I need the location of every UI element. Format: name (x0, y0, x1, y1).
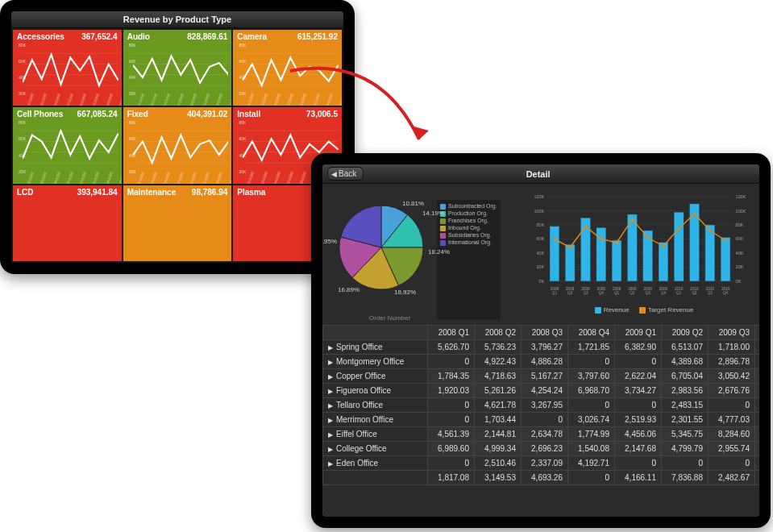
table-row: ▶Spring Office5,626.705,736.233,796.271,… (323, 340, 760, 355)
svg-point-73 (615, 241, 617, 243)
tile-camera[interactable]: Camera615,251.9280K60K40K20K01/200802/20… (233, 30, 342, 106)
svg-rect-67 (721, 238, 730, 281)
col-header[interactable]: 2009 Q2 (662, 326, 709, 340)
tile-value: 393,941.84 (77, 188, 118, 197)
detail-device: ◀ Back Detail Subcontracted Org.Producti… (311, 153, 771, 528)
tile-accessories[interactable]: Accessories367,652.480K60K40K20K01/20080… (13, 30, 122, 106)
detail-title: Detail (322, 169, 754, 179)
legend-item: International Org. (440, 239, 497, 246)
legend-target: Target Revenue (648, 306, 693, 314)
row-header[interactable]: ▶Copper Office (323, 369, 428, 384)
expand-icon[interactable]: ▶ (328, 431, 333, 438)
pie-subtitle: Order Number (369, 314, 410, 322)
table-row: ▶Copper Office1,784.354,718.635,167.273,… (323, 369, 760, 384)
tile-value: 98,786.94 (192, 188, 228, 197)
col-header[interactable]: 2008 Q1 (428, 326, 475, 340)
svg-text:2009Q4: 2009Q4 (659, 287, 668, 295)
svg-point-74 (631, 218, 634, 220)
table-row: ▶College Office6,989.604,999.342,696.231… (323, 442, 760, 456)
expand-icon[interactable]: ▶ (328, 402, 333, 409)
expand-icon[interactable]: ▶ (328, 359, 333, 366)
expand-icon[interactable]: ▶ (328, 417, 333, 424)
svg-rect-45 (550, 227, 559, 281)
pie-slice-label: 14.19% (422, 210, 444, 217)
svg-point-78 (693, 212, 696, 214)
tile-grid: Accessories367,652.480K60K40K20K01/20080… (11, 28, 343, 263)
svg-text:120K: 120K (534, 194, 544, 199)
svg-text:2010Q4: 2010Q4 (721, 287, 730, 295)
pie-slice-label: 18.24% (428, 248, 450, 256)
tile-maintenance[interactable]: Maintenance98,786.94 (123, 185, 232, 261)
col-header[interactable]: 2009 (755, 326, 760, 340)
pie-slice-label: 18.92% (394, 289, 416, 296)
tile-value: 404,391.02 (187, 110, 227, 118)
row-header[interactable]: ▶Eiffel Office (323, 427, 428, 442)
tile-name: Audio (127, 32, 150, 41)
tile-cell-phones[interactable]: Cell Phones667,085.2480K60K40K20K01/2008… (13, 107, 122, 183)
charts-row: Subcontracted Org.Production Org.Franchi… (322, 184, 759, 325)
legend-revenue: Revenue (604, 306, 630, 314)
table-row: ▶Eiffel Office4,561.392,144.812,634.781,… (323, 427, 760, 442)
legend-item: Franchises Org. (440, 218, 497, 224)
row-header[interactable]: ▶College Office (323, 442, 428, 456)
row-header[interactable]: ▶Montgomery Office (323, 355, 428, 369)
svg-text:2008Q2: 2008Q2 (566, 287, 575, 295)
svg-rect-63 (690, 204, 700, 281)
svg-text:0K: 0K (736, 279, 742, 284)
tile-fixed[interactable]: Fixed404,391.0280K60K40K20K01/200802/200… (123, 107, 232, 183)
row-header[interactable]: ▶Eden Office (323, 456, 428, 471)
tile-name: Plasma (237, 188, 265, 197)
tile-name: Fixed (127, 110, 148, 118)
expand-icon[interactable]: ▶ (328, 344, 333, 351)
table-row: ▶Merrimon Office01,703.4403,026.742,519.… (323, 413, 760, 427)
expand-icon[interactable]: ▶ (328, 460, 333, 468)
tile-name: Cell Phones (17, 110, 63, 118)
pie-chart: Subcontracted Org.Production Org.Franchi… (329, 189, 522, 320)
data-table: 2008 Q12008 Q22008 Q32008 Q42009 Q12009 … (322, 325, 759, 485)
row-header[interactable]: ▶Figueroa Office (323, 384, 428, 398)
row-header[interactable]: ▶Spring Office (323, 340, 428, 355)
tile-value: 667,085.24 (77, 110, 118, 118)
svg-text:2010Q2: 2010Q2 (690, 287, 699, 295)
tile-lcd[interactable]: LCD393,941.84 (13, 185, 122, 261)
svg-point-77 (678, 227, 680, 230)
table-row: ▶Tellaro Office04,621.783,267.95002,483.… (323, 398, 760, 413)
svg-text:2008Q3: 2008Q3 (581, 287, 590, 295)
table-row: 1,817.083,149.534,693.2604,166.117,836.8… (323, 471, 760, 485)
expand-icon[interactable]: ▶ (328, 373, 333, 380)
svg-point-75 (646, 236, 649, 239)
legend-item: Production Org. (440, 210, 497, 217)
expand-icon[interactable]: ▶ (328, 446, 333, 453)
tile-value: 367,652.4 (81, 32, 118, 41)
pie-slice-label: 16.89% (338, 286, 359, 293)
svg-rect-53 (612, 240, 621, 281)
svg-point-71 (584, 225, 587, 227)
svg-text:2010Q1: 2010Q1 (675, 287, 684, 295)
detail-header: ◀ Back Detail (322, 164, 759, 184)
row-header[interactable]: ▶Merrimon Office (323, 413, 428, 427)
pie-legend: Subcontracted Org.Production Org.Franchi… (437, 200, 501, 320)
expand-icon[interactable]: ▶ (328, 388, 333, 395)
svg-text:2009Q1: 2009Q1 (613, 287, 621, 295)
svg-text:20K: 20K (537, 264, 545, 269)
col-header[interactable]: 2009 Q1 (615, 326, 662, 340)
col-header[interactable]: 2009 Q3 (709, 326, 755, 340)
svg-text:2008Q4: 2008Q4 (597, 287, 606, 295)
legend-item: Subcontracted Org. (440, 203, 497, 210)
svg-text:2008Q1: 2008Q1 (551, 287, 559, 295)
svg-text:80K: 80K (537, 222, 545, 227)
row-header[interactable]: ▶Tellaro Office (323, 398, 428, 413)
col-header[interactable]: 2008 Q4 (568, 326, 615, 340)
col-header[interactable]: 2008 Q3 (522, 326, 568, 340)
svg-text:60K: 60K (537, 236, 545, 241)
svg-point-79 (709, 229, 711, 231)
svg-text:0K: 0K (539, 279, 545, 284)
col-header[interactable]: 2008 Q2 (475, 326, 522, 340)
tile-audio[interactable]: Audio828,869.6180K60K40K20K01/200802/200… (123, 30, 232, 106)
row-header[interactable] (323, 471, 428, 485)
svg-rect-65 (705, 225, 715, 281)
data-table-wrap[interactable]: 2008 Q12008 Q22008 Q32008 Q42009 Q12009 … (322, 325, 759, 517)
svg-point-72 (600, 238, 602, 240)
svg-text:100K: 100K (736, 209, 746, 214)
svg-text:40K: 40K (736, 251, 744, 256)
